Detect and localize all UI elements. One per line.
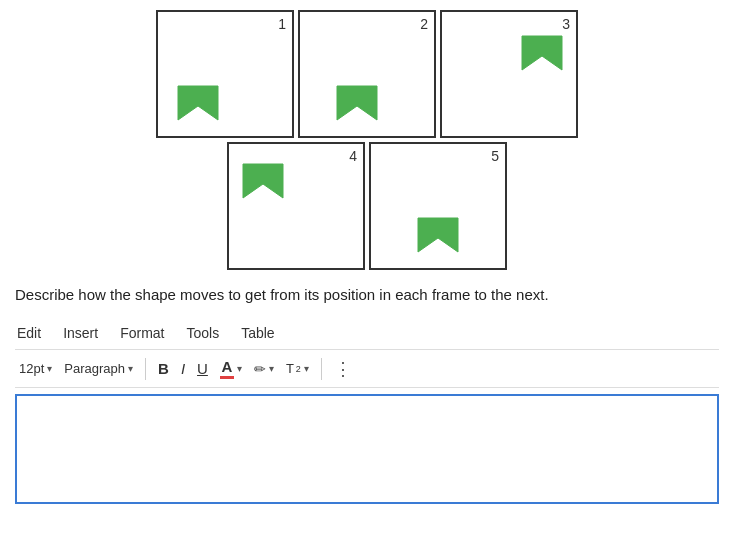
font-color-icon: A [220,358,234,379]
svg-marker-0 [178,86,218,120]
frame-number-3: 3 [562,16,570,32]
frame-4: 4 [227,142,365,270]
superscript-button[interactable]: T2 ▾ [282,359,313,378]
frames-row-1: 1 2 3 [156,10,578,138]
shape-frame-2 [335,84,379,122]
frames-grid: 1 2 3 [15,10,719,270]
shape-frame-1 [176,84,220,122]
paragraph-style-value: Paragraph [64,361,125,376]
frame-5: 5 [369,142,507,270]
text-area-container [15,394,719,508]
svg-marker-4 [418,218,458,252]
answer-text-area[interactable] [15,394,719,504]
shape-frame-5 [416,216,460,254]
toolbar: 12pt ▾ Paragraph ▾ B I U A ▾ ✏ ▾ [15,350,719,388]
toolbar-separator-1 [145,358,146,380]
menu-table[interactable]: Table [239,323,276,343]
font-color-bar [220,376,234,379]
paragraph-style-button[interactable]: Paragraph ▾ [60,359,137,378]
menu-edit[interactable]: Edit [15,323,43,343]
shape-frame-4 [241,162,285,200]
frame-number-1: 1 [278,16,286,32]
main-container: 1 2 3 [0,0,734,518]
menu-insert[interactable]: Insert [61,323,100,343]
frame-1: 1 [156,10,294,138]
more-options-button[interactable]: ⋮ [330,358,356,380]
pencil-icon: ✏ [254,361,266,377]
font-size-value: 12pt [19,361,44,376]
svg-marker-2 [522,36,562,70]
highlight-button[interactable]: ✏ ▾ [250,359,278,379]
superscript-chevron: ▾ [304,363,309,374]
bold-button[interactable]: B [154,358,173,379]
paragraph-chevron: ▾ [128,363,133,374]
frames-row-2: 4 5 [227,142,507,270]
frame-number-2: 2 [420,16,428,32]
font-size-button[interactable]: 12pt ▾ [15,359,56,378]
font-color-chevron: ▾ [237,363,242,374]
toolbar-separator-2 [321,358,322,380]
menu-tools[interactable]: Tools [184,323,221,343]
shape-frame-3 [520,34,564,72]
superscript-symbol: 2 [296,364,301,374]
description-text: Describe how the shape moves to get from… [15,284,719,305]
svg-marker-1 [337,86,377,120]
underline-button[interactable]: U [193,358,212,379]
font-color-button[interactable]: A ▾ [216,356,246,381]
italic-button[interactable]: I [177,358,189,379]
svg-marker-3 [243,164,283,198]
frame-number-5: 5 [491,148,499,164]
menu-format[interactable]: Format [118,323,166,343]
font-color-letter: A [221,358,232,375]
menu-bar: Edit Insert Format Tools Table [15,319,719,350]
frame-3: 3 [440,10,578,138]
font-size-chevron: ▾ [47,363,52,374]
highlight-chevron: ▾ [269,363,274,374]
frame-2: 2 [298,10,436,138]
frame-number-4: 4 [349,148,357,164]
